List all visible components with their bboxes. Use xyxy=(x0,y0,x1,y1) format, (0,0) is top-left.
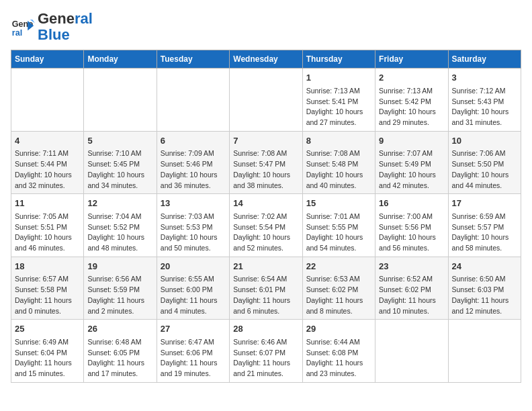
calendar-cell xyxy=(375,320,448,383)
calendar-cell: 25Sunrise: 6:49 AM Sunset: 6:04 PM Dayli… xyxy=(11,320,84,383)
day-number: 21 xyxy=(233,260,298,273)
day-number: 3 xyxy=(452,71,517,85)
week-row-3: 11Sunrise: 7:05 AM Sunset: 5:51 PM Dayli… xyxy=(11,194,521,257)
day-info: Sunrise: 6:56 AM Sunset: 5:59 PM Dayligh… xyxy=(87,274,152,316)
day-number: 26 xyxy=(87,322,152,336)
calendar-cell: 20Sunrise: 6:55 AM Sunset: 6:00 PM Dayli… xyxy=(157,257,229,320)
weekday-header-monday: Monday xyxy=(84,50,157,68)
day-info: Sunrise: 6:47 AM Sunset: 6:06 PM Dayligh… xyxy=(161,337,226,379)
logo-icon: Gene ral xyxy=(11,15,35,39)
calendar-cell: 23Sunrise: 6:52 AM Sunset: 6:02 PM Dayli… xyxy=(375,257,448,320)
day-info: Sunrise: 6:52 AM Sunset: 6:02 PM Dayligh… xyxy=(379,274,444,316)
calendar-cell: 27Sunrise: 6:47 AM Sunset: 6:06 PM Dayli… xyxy=(157,320,229,383)
day-number: 28 xyxy=(233,322,298,336)
calendar-cell: 3Sunrise: 7:12 AM Sunset: 5:43 PM Daylig… xyxy=(448,68,521,132)
day-number: 11 xyxy=(15,197,80,210)
day-number: 25 xyxy=(15,322,80,336)
day-number: 4 xyxy=(15,134,80,148)
day-number: 29 xyxy=(306,322,371,336)
day-number: 27 xyxy=(161,322,226,336)
calendar-table: SundayMondayTuesdayWednesdayThursdayFrid… xyxy=(11,50,521,383)
logo: Gene ral General Blue xyxy=(11,11,93,43)
calendar-cell: 29Sunrise: 6:44 AM Sunset: 6:08 PM Dayli… xyxy=(302,320,375,383)
calendar-cell: 12Sunrise: 7:04 AM Sunset: 5:52 PM Dayli… xyxy=(84,194,157,257)
calendar-cell: 19Sunrise: 6:56 AM Sunset: 5:59 PM Dayli… xyxy=(84,257,157,320)
day-number: 5 xyxy=(87,134,152,148)
calendar-cell: 8Sunrise: 7:08 AM Sunset: 5:48 PM Daylig… xyxy=(302,131,375,194)
day-info: Sunrise: 7:06 AM Sunset: 5:50 PM Dayligh… xyxy=(452,148,517,191)
day-info: Sunrise: 7:07 AM Sunset: 5:49 PM Dayligh… xyxy=(379,148,444,191)
calendar-cell: 6Sunrise: 7:09 AM Sunset: 5:46 PM Daylig… xyxy=(157,131,229,194)
day-info: Sunrise: 7:00 AM Sunset: 5:56 PM Dayligh… xyxy=(379,212,444,254)
day-number: 13 xyxy=(161,197,226,210)
calendar-cell: 16Sunrise: 7:00 AM Sunset: 5:56 PM Dayli… xyxy=(375,194,448,257)
calendar-cell: 5Sunrise: 7:10 AM Sunset: 5:45 PM Daylig… xyxy=(84,131,157,194)
calendar-cell: 26Sunrise: 6:48 AM Sunset: 6:05 PM Dayli… xyxy=(84,320,157,383)
day-number: 1 xyxy=(306,71,371,85)
day-info: Sunrise: 7:10 AM Sunset: 5:45 PM Dayligh… xyxy=(87,148,152,191)
day-info: Sunrise: 7:08 AM Sunset: 5:47 PM Dayligh… xyxy=(233,148,298,191)
day-number: 14 xyxy=(233,197,298,210)
day-info: Sunrise: 6:44 AM Sunset: 6:08 PM Dayligh… xyxy=(306,337,371,379)
calendar-cell: 13Sunrise: 7:03 AM Sunset: 5:53 PM Dayli… xyxy=(157,194,229,257)
calendar-cell: 1Sunrise: 7:13 AM Sunset: 5:41 PM Daylig… xyxy=(302,68,375,132)
day-number: 8 xyxy=(306,134,371,148)
day-info: Sunrise: 7:02 AM Sunset: 5:54 PM Dayligh… xyxy=(233,212,298,254)
calendar-cell xyxy=(448,320,521,383)
calendar-cell: 21Sunrise: 6:54 AM Sunset: 6:01 PM Dayli… xyxy=(230,257,302,320)
day-number: 9 xyxy=(379,134,444,148)
day-info: Sunrise: 7:03 AM Sunset: 5:53 PM Dayligh… xyxy=(161,212,226,254)
day-info: Sunrise: 6:54 AM Sunset: 6:01 PM Dayligh… xyxy=(233,274,298,316)
day-info: Sunrise: 6:59 AM Sunset: 5:57 PM Dayligh… xyxy=(452,212,517,254)
day-number: 2 xyxy=(379,71,444,85)
calendar-cell: 28Sunrise: 6:46 AM Sunset: 6:07 PM Dayli… xyxy=(230,320,302,383)
weekday-header-sunday: Sunday xyxy=(11,50,84,68)
calendar-cell: 14Sunrise: 7:02 AM Sunset: 5:54 PM Dayli… xyxy=(230,194,302,257)
week-row-5: 25Sunrise: 6:49 AM Sunset: 6:04 PM Dayli… xyxy=(11,320,521,383)
weekday-header-thursday: Thursday xyxy=(302,50,375,68)
weekday-header-wednesday: Wednesday xyxy=(230,50,302,68)
day-info: Sunrise: 7:12 AM Sunset: 5:43 PM Dayligh… xyxy=(452,86,517,128)
page-header: Gene ral General Blue xyxy=(11,11,521,43)
day-info: Sunrise: 7:01 AM Sunset: 5:55 PM Dayligh… xyxy=(306,212,371,254)
day-info: Sunrise: 7:13 AM Sunset: 5:41 PM Dayligh… xyxy=(306,86,371,128)
calendar-cell: 22Sunrise: 6:53 AM Sunset: 6:02 PM Dayli… xyxy=(302,257,375,320)
logo-text: General xyxy=(38,11,93,27)
week-row-4: 18Sunrise: 6:57 AM Sunset: 5:58 PM Dayli… xyxy=(11,257,521,320)
calendar-cell: 10Sunrise: 7:06 AM Sunset: 5:50 PM Dayli… xyxy=(448,131,521,194)
calendar-cell: 4Sunrise: 7:11 AM Sunset: 5:44 PM Daylig… xyxy=(11,131,84,194)
calendar-cell: 15Sunrise: 7:01 AM Sunset: 5:55 PM Dayli… xyxy=(302,194,375,257)
day-info: Sunrise: 6:50 AM Sunset: 6:03 PM Dayligh… xyxy=(452,274,517,316)
day-info: Sunrise: 7:04 AM Sunset: 5:52 PM Dayligh… xyxy=(87,212,152,254)
weekday-header-friday: Friday xyxy=(375,50,448,68)
calendar-cell xyxy=(84,68,157,132)
day-number: 15 xyxy=(306,197,371,210)
day-number: 23 xyxy=(379,260,444,273)
logo-text2: Blue xyxy=(38,27,93,43)
calendar-cell: 18Sunrise: 6:57 AM Sunset: 5:58 PM Dayli… xyxy=(11,257,84,320)
day-number: 16 xyxy=(379,197,444,210)
day-number: 6 xyxy=(161,134,226,148)
weekday-header-tuesday: Tuesday xyxy=(157,50,229,68)
day-info: Sunrise: 6:46 AM Sunset: 6:07 PM Dayligh… xyxy=(233,337,298,379)
calendar-cell: 9Sunrise: 7:07 AM Sunset: 5:49 PM Daylig… xyxy=(375,131,448,194)
day-number: 22 xyxy=(306,260,371,273)
day-info: Sunrise: 6:48 AM Sunset: 6:05 PM Dayligh… xyxy=(87,337,152,379)
day-number: 24 xyxy=(452,260,517,273)
calendar-cell: 2Sunrise: 7:13 AM Sunset: 5:42 PM Daylig… xyxy=(375,68,448,132)
svg-text:ral: ral xyxy=(12,28,22,38)
day-info: Sunrise: 7:08 AM Sunset: 5:48 PM Dayligh… xyxy=(306,148,371,191)
calendar-cell xyxy=(230,68,302,132)
day-number: 10 xyxy=(452,134,517,148)
day-number: 20 xyxy=(161,260,226,273)
day-info: Sunrise: 7:11 AM Sunset: 5:44 PM Dayligh… xyxy=(15,148,80,191)
day-number: 18 xyxy=(15,260,80,273)
week-row-1: 1Sunrise: 7:13 AM Sunset: 5:41 PM Daylig… xyxy=(11,68,521,132)
calendar-cell xyxy=(11,68,84,132)
day-info: Sunrise: 7:09 AM Sunset: 5:46 PM Dayligh… xyxy=(161,148,226,191)
day-number: 7 xyxy=(233,134,298,148)
day-info: Sunrise: 6:55 AM Sunset: 6:00 PM Dayligh… xyxy=(161,274,226,316)
day-info: Sunrise: 7:05 AM Sunset: 5:51 PM Dayligh… xyxy=(15,212,80,254)
day-info: Sunrise: 7:13 AM Sunset: 5:42 PM Dayligh… xyxy=(379,86,444,128)
calendar-cell: 7Sunrise: 7:08 AM Sunset: 5:47 PM Daylig… xyxy=(230,131,302,194)
